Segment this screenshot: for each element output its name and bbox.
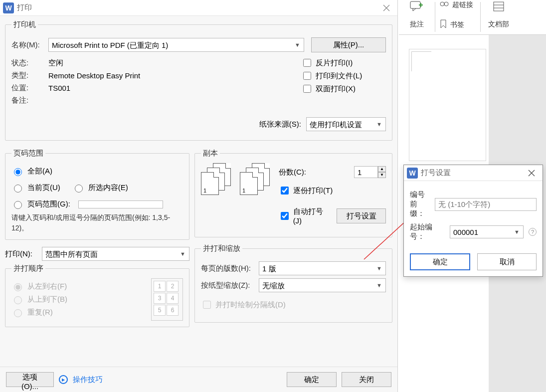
svg-point-3: [440, 2, 444, 6]
sub-ok-button[interactable]: 确定: [410, 253, 470, 270]
app-icon: W: [407, 168, 418, 179]
print-dialog: W 打印 打印机 名称(M): Microsoft Print to PDF (…: [0, 0, 398, 392]
order-lr: 从左到右(F): [11, 282, 144, 291]
document-page: [409, 49, 486, 161]
range-selection[interactable]: 所选内容(E): [72, 183, 128, 193]
scale-select[interactable]: 无缩放: [259, 278, 386, 292]
ribbon-bookmark-label: 书签: [450, 20, 464, 29]
ribbon: 批注 超链接 书签 文档部: [399, 0, 546, 35]
paper-source-select[interactable]: 使用打印机设置: [306, 117, 386, 131]
svg-point-4: [444, 2, 448, 6]
printer-select[interactable]: Microsoft Print to PDF (已重定向 1): [48, 38, 304, 52]
order-repeat: 重复(R): [11, 308, 144, 317]
paper-source-label: 纸张来源(S):: [259, 120, 301, 129]
tips-link[interactable]: 操作技巧: [73, 375, 103, 385]
close-icon[interactable]: [378, 0, 394, 16]
options-button[interactable]: 选项(O)...: [6, 372, 54, 387]
range-hint: 请键入页码和/或用逗号分隔的页码范围(例如: 1,3,5-12)。: [11, 212, 183, 233]
print-order-group: 并打顺序 从左到右(F) 从上到下(B) 重复(R) 12 34 56: [5, 264, 189, 327]
docparts-icon: [491, 1, 507, 12]
titlebar: W 打印: [0, 0, 397, 16]
footer: 选项(O)... 操作技巧 确定 关闭: [0, 367, 397, 392]
sub-cancel-button[interactable]: 取消: [477, 253, 537, 270]
pages-per-sheet-select[interactable]: 1 版: [259, 261, 386, 275]
ok-button[interactable]: 确定: [287, 372, 337, 387]
dialog-title: 打印: [17, 3, 32, 12]
location-value: TS001: [48, 84, 70, 92]
prefix-input[interactable]: [435, 198, 537, 211]
print-what-label: 打印(N):: [5, 249, 39, 259]
range-current[interactable]: 当前页(U): [11, 183, 60, 193]
numbering-title: 打号设置: [421, 168, 451, 178]
range-pages-input[interactable]: [78, 200, 163, 208]
pps-label: 每页的版数(H):: [201, 264, 256, 273]
scale-legend: 并打和缩放: [201, 244, 242, 253]
duplex-checkbox[interactable]: 双面打印(X): [301, 83, 386, 94]
status-label: 状态:: [11, 58, 45, 68]
print-order-legend: 并打顺序: [11, 264, 45, 273]
collate-illus-2: 3 2 1: [240, 163, 270, 196]
comment-plus-icon: [409, 1, 425, 12]
info-icon: [59, 375, 68, 384]
collate-checkbox[interactable]: 逐份打印(T): [279, 185, 386, 196]
start-number-input[interactable]: [450, 225, 524, 238]
app-icon: W: [3, 2, 14, 13]
print-what-select[interactable]: 范围中所有页面: [42, 247, 189, 261]
help-icon[interactable]: ?: [529, 228, 537, 236]
hyperlink-icon: [439, 0, 449, 9]
properties-button[interactable]: 属性(P)...: [311, 37, 386, 52]
remark-label: 备注:: [11, 96, 45, 105]
numbering-dialog: W 打号设置 编号前缀： 起始编号： ? 确定 取消: [403, 165, 543, 277]
prefix-label: 编号前缀：: [410, 190, 432, 218]
range-all[interactable]: 全部(A): [11, 167, 183, 176]
printer-group: 打印机 名称(M): Microsoft Print to PDF (已重定向 …: [5, 20, 392, 141]
type-value: Remote Desktop Easy Print: [48, 71, 140, 80]
page-range-group: 页码范围 全部(A) 当前页(U) 所选内容(E) 页码范围(G): 请键入页码…: [5, 149, 189, 240]
order-tb: 从上到下(B): [11, 295, 144, 304]
ribbon-docparts[interactable]: 文档部: [481, 0, 517, 34]
name-label: 名称(M):: [11, 40, 45, 50]
printer-legend: 打印机: [11, 20, 38, 29]
copies-spinner[interactable]: ▲▼: [354, 166, 386, 178]
copies-label: 份数(C):: [279, 168, 314, 177]
start-label: 起始编号：: [410, 222, 447, 241]
close-icon[interactable]: [524, 165, 540, 181]
type-label: 类型:: [11, 71, 45, 80]
bookmark-icon: [439, 19, 447, 30]
status-value: 空闲: [48, 58, 63, 68]
autonumber-checkbox[interactable]: 自动打号(J): [279, 207, 331, 225]
ribbon-annotate[interactable]: 批注: [399, 0, 435, 34]
print-to-file-checkbox[interactable]: 打印到文件(L): [301, 70, 386, 81]
spin-up[interactable]: ▲: [378, 166, 386, 172]
location-label: 位置:: [11, 83, 45, 93]
ribbon-hyperlink-label: 超链接: [452, 0, 473, 9]
range-pages[interactable]: 页码范围(G):: [11, 199, 183, 209]
draw-separator-checkbox: 并打时绘制分隔线(D): [201, 299, 386, 310]
ribbon-hyperlink[interactable]: 超链接: [439, 0, 473, 9]
scale-group: 并打和缩放 每页的版数(H): 1 版 按纸型缩放(Z): 无缩放 并打时绘制分…: [194, 244, 392, 323]
ribbon-annotate-label: 批注: [410, 20, 424, 29]
spin-down[interactable]: ▼: [378, 172, 386, 178]
order-grid-preview: 12 34 56: [151, 278, 183, 321]
ribbon-docparts-label: 文档部: [488, 20, 509, 29]
collate-illus-1: 3 2 1: [201, 163, 231, 196]
autonumber-settings-button[interactable]: 打号设置: [337, 208, 386, 223]
copies-group: 副本 3 2 1 3 2 1 份数(C):: [194, 149, 392, 237]
mirror-checkbox[interactable]: 反片打印(I): [301, 57, 386, 68]
scale-label: 按纸型缩放(Z):: [201, 281, 256, 290]
ribbon-bookmark[interactable]: 书签: [439, 19, 464, 30]
range-legend: 页码范围: [11, 149, 45, 158]
copies-legend: 副本: [201, 149, 220, 158]
close-button[interactable]: 关闭: [342, 372, 391, 387]
svg-rect-5: [494, 2, 504, 11]
